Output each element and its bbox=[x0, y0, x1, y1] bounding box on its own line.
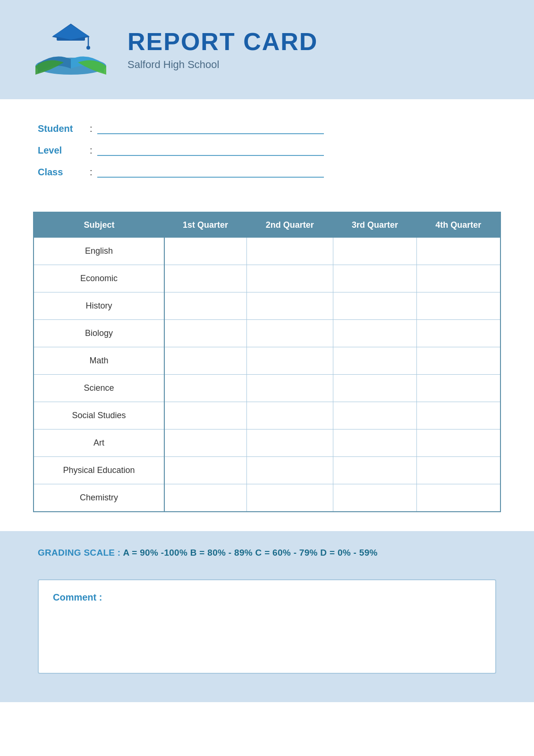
table-row: Math bbox=[34, 347, 500, 375]
grade-cell bbox=[246, 347, 333, 375]
grading-scale-label: GRADING SCALE : bbox=[38, 548, 121, 558]
grade-cell bbox=[246, 484, 333, 512]
grade-cell bbox=[333, 430, 416, 457]
grade-cell bbox=[246, 375, 333, 402]
grade-cell bbox=[417, 292, 500, 320]
subject-cell: Economic bbox=[34, 265, 164, 292]
col-2nd-quarter: 2nd Quarter bbox=[246, 212, 333, 238]
grade-cell bbox=[164, 375, 246, 402]
table-row: Science bbox=[34, 375, 500, 402]
col-1st-quarter: 1st Quarter bbox=[164, 212, 246, 238]
table-row: Chemistry bbox=[34, 484, 500, 512]
comment-section: Comment : bbox=[0, 575, 534, 702]
class-row: Class : bbox=[38, 166, 496, 178]
level-colon: : bbox=[90, 145, 93, 156]
grade-cell bbox=[333, 292, 416, 320]
subject-cell: History bbox=[34, 292, 164, 320]
grade-cell bbox=[246, 430, 333, 457]
svg-point-5 bbox=[86, 46, 90, 50]
header: REPORT CARD Salford High School bbox=[0, 0, 534, 99]
grade-cell bbox=[333, 484, 416, 512]
grading-scale-section: GRADING SCALE : A = 90% -100% B = 80% - … bbox=[0, 531, 534, 575]
grade-cell bbox=[164, 238, 246, 265]
table-row: Art bbox=[34, 430, 500, 457]
table-row: Social Studies bbox=[34, 402, 500, 430]
subject-cell: Social Studies bbox=[34, 402, 164, 430]
student-input[interactable] bbox=[97, 123, 324, 134]
grade-cell bbox=[417, 402, 500, 430]
subject-cell: Biology bbox=[34, 320, 164, 347]
table-row: Physical Education bbox=[34, 457, 500, 484]
col-3rd-quarter: 3rd Quarter bbox=[333, 212, 416, 238]
table-row: English bbox=[34, 238, 500, 265]
grade-cell bbox=[417, 265, 500, 292]
subject-cell: Art bbox=[34, 430, 164, 457]
grade-cell bbox=[164, 402, 246, 430]
grade-cell bbox=[333, 320, 416, 347]
grade-cell bbox=[333, 457, 416, 484]
grade-cell bbox=[417, 375, 500, 402]
grade-cell bbox=[164, 292, 246, 320]
table-header-row: Subject 1st Quarter 2nd Quarter 3rd Quar… bbox=[34, 212, 500, 238]
subject-cell: Science bbox=[34, 375, 164, 402]
subject-cell: Math bbox=[34, 347, 164, 375]
subject-cell: Physical Education bbox=[34, 457, 164, 484]
grade-cell bbox=[333, 402, 416, 430]
class-colon: : bbox=[90, 167, 93, 178]
grade-cell bbox=[333, 238, 416, 265]
level-label: Level bbox=[38, 145, 90, 156]
class-input[interactable] bbox=[97, 166, 324, 178]
comment-label: Comment : bbox=[53, 592, 481, 603]
grade-cell bbox=[164, 430, 246, 457]
grade-cell bbox=[164, 457, 246, 484]
table-row: Biology bbox=[34, 320, 500, 347]
col-subject: Subject bbox=[34, 212, 164, 238]
grading-scale-values: A = 90% -100% B = 80% - 89% C = 60% - 79… bbox=[123, 548, 377, 558]
grade-cell bbox=[417, 347, 500, 375]
grades-table-section: Subject 1st Quarter 2nd Quarter 3rd Quar… bbox=[0, 202, 534, 526]
grade-cell bbox=[333, 375, 416, 402]
grade-cell bbox=[333, 265, 416, 292]
student-row: Student : bbox=[38, 123, 496, 134]
grade-cell bbox=[417, 320, 500, 347]
table-row: History bbox=[34, 292, 500, 320]
grades-table: Subject 1st Quarter 2nd Quarter 3rd Quar… bbox=[33, 212, 501, 512]
school-logo bbox=[28, 19, 113, 80]
subject-cell: English bbox=[34, 238, 164, 265]
comment-box: Comment : bbox=[38, 579, 496, 674]
grading-scale-text: GRADING SCALE : A = 90% -100% B = 80% - … bbox=[38, 548, 496, 558]
student-info-section: Student : Level : Class : bbox=[0, 99, 534, 202]
level-input[interactable] bbox=[97, 145, 324, 156]
report-card-title: REPORT CARD bbox=[127, 28, 318, 55]
grade-cell bbox=[246, 238, 333, 265]
student-label: Student bbox=[38, 123, 90, 134]
grade-cell bbox=[246, 292, 333, 320]
col-4th-quarter: 4th Quarter bbox=[417, 212, 500, 238]
student-colon: : bbox=[90, 123, 93, 134]
grade-cell bbox=[164, 484, 246, 512]
grade-cell bbox=[164, 320, 246, 347]
grade-cell bbox=[164, 347, 246, 375]
grade-cell bbox=[333, 347, 416, 375]
grade-cell bbox=[417, 430, 500, 457]
class-label: Class bbox=[38, 167, 90, 178]
grade-cell bbox=[246, 320, 333, 347]
grade-cell bbox=[417, 484, 500, 512]
grade-cell bbox=[164, 265, 246, 292]
header-text: REPORT CARD Salford High School bbox=[127, 28, 318, 70]
grade-cell bbox=[246, 457, 333, 484]
grade-cell bbox=[246, 265, 333, 292]
level-row: Level : bbox=[38, 145, 496, 156]
grade-cell bbox=[246, 402, 333, 430]
grade-cell bbox=[417, 238, 500, 265]
grade-cell bbox=[417, 457, 500, 484]
subject-cell: Chemistry bbox=[34, 484, 164, 512]
school-name: Salford High School bbox=[127, 59, 318, 71]
table-row: Economic bbox=[34, 265, 500, 292]
